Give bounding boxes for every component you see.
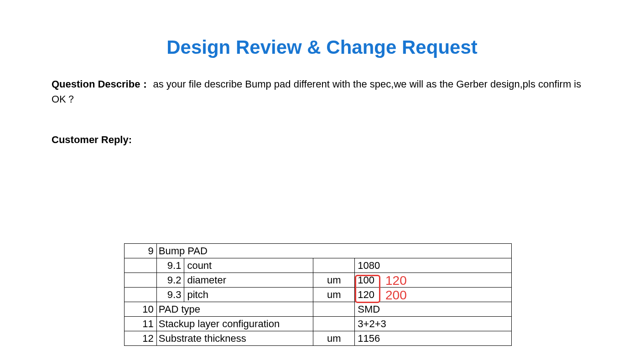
table-row: 12 Substrate thickness um 1156: [125, 331, 512, 346]
cell-num: 9: [125, 244, 157, 258]
cell-num: [125, 288, 157, 302]
cell-num: 12: [125, 331, 157, 346]
cell-unit: um: [313, 331, 355, 346]
spec-table: 9 Bump PAD 9.1 count 1080 9.2 diameter u…: [124, 243, 512, 346]
cell-value: 1080: [355, 258, 512, 273]
cell-value: 100: [355, 273, 512, 288]
cell-value: 1156: [355, 331, 512, 346]
cell-value: 120: [355, 288, 512, 302]
cell-value: 3+2+3: [355, 317, 512, 331]
cell-name: diameter: [184, 273, 313, 288]
cell-unit: [313, 258, 355, 273]
cell-num: [125, 273, 157, 288]
cell-sub: 9.3: [156, 288, 184, 302]
cell-num: 10: [125, 302, 157, 317]
cell-unit: [313, 302, 355, 317]
cell-num: [125, 258, 157, 273]
cell-unit: um: [313, 288, 355, 302]
table-row: 9.2 diameter um 100: [125, 273, 512, 288]
table-row: 11 Stackup layer configuration 3+2+3: [125, 317, 512, 331]
cell-unit: um: [313, 273, 355, 288]
cell-name: Bump PAD: [156, 244, 511, 258]
table-row: 9.1 count 1080: [125, 258, 512, 273]
cell-name: Stackup layer configuration: [156, 317, 313, 331]
page-title: Design Review & Change Request: [0, 0, 644, 77]
cell-value: SMD: [355, 302, 512, 317]
table-row: 10 PAD type SMD: [125, 302, 512, 317]
cell-name: count: [184, 258, 313, 273]
cell-sub: 9.2: [156, 273, 184, 288]
question-section: Question Describe： as your file describe…: [52, 77, 592, 107]
reply-section: Customer Reply:: [52, 134, 644, 146]
question-label: Question Describe：: [52, 78, 150, 90]
cell-sub: 9.1: [156, 258, 184, 273]
cell-name: Substrate thickness: [156, 331, 313, 346]
cell-name: PAD type: [156, 302, 313, 317]
cell-unit: [313, 317, 355, 331]
table-row: 9.3 pitch um 120: [125, 288, 512, 302]
cell-name: pitch: [184, 288, 313, 302]
table-row: 9 Bump PAD: [125, 244, 512, 258]
cell-num: 11: [125, 317, 157, 331]
reply-label: Customer Reply:: [52, 134, 132, 145]
